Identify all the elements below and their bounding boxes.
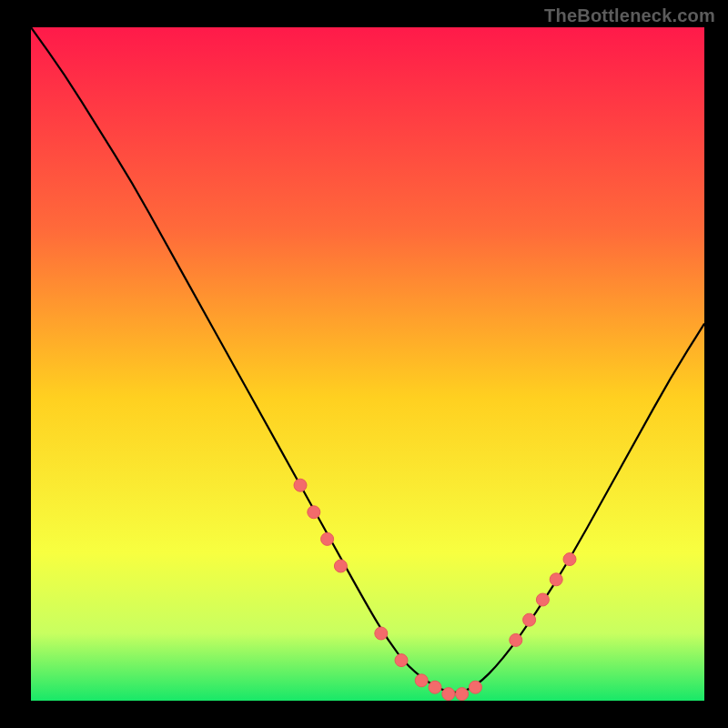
marker-point <box>294 479 307 491</box>
marker-point <box>442 688 455 701</box>
marker-point <box>536 593 549 606</box>
watermark-text: TheBottleneck.com <box>544 5 715 26</box>
marker-point <box>334 560 347 572</box>
marker-point <box>523 613 536 626</box>
marker-point <box>469 681 481 693</box>
marker-point <box>510 633 522 646</box>
marker-point <box>415 674 428 687</box>
marker-point <box>563 553 576 566</box>
bottleneck-chart <box>0 0 728 728</box>
marker-point <box>429 681 441 693</box>
marker-point <box>550 573 562 586</box>
plot-background <box>31 27 704 701</box>
marker-point <box>456 688 469 701</box>
marker-point <box>308 506 320 519</box>
marker-point <box>395 654 408 667</box>
marker-point <box>321 532 334 545</box>
marker-point <box>375 627 388 640</box>
chart-stage: TheBottleneck.com <box>0 0 728 728</box>
